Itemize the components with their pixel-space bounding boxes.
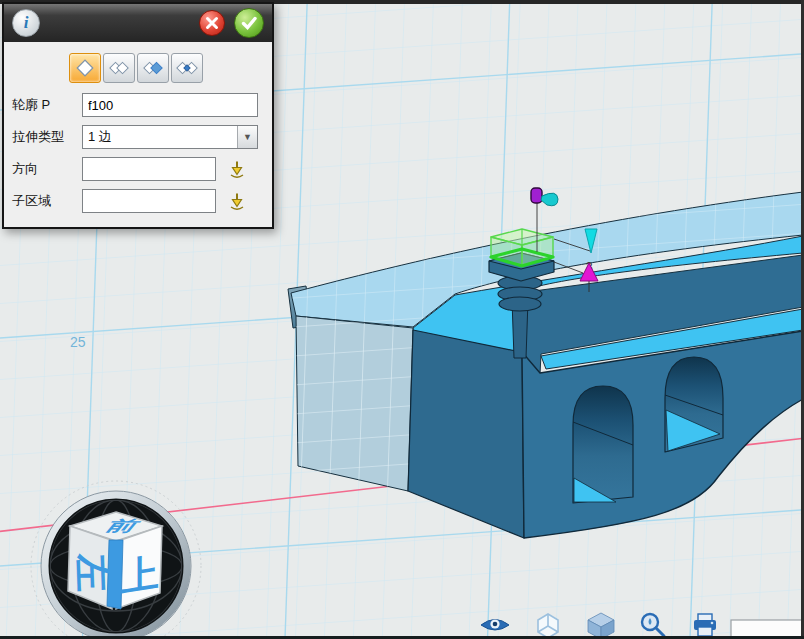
cad-viewport: 25 — [0, 0, 804, 639]
profile-label: 轮廓 P — [12, 96, 82, 114]
cube-label-right: 上 — [120, 550, 159, 599]
info-glyph: i — [24, 13, 29, 33]
diamond-single-icon — [74, 57, 96, 79]
grid-coordinate-label: 25 — [70, 334, 86, 350]
subregion-pick-button[interactable] — [227, 191, 247, 211]
direction-label: 方向 — [12, 160, 82, 178]
extrude-mode-buttons — [12, 51, 262, 93]
confirm-button[interactable] — [234, 8, 264, 38]
chevron-down-icon[interactable]: ▼ — [237, 126, 257, 148]
mode-diamond-single-button[interactable] — [69, 53, 101, 83]
dialog-body: 轮廓 P 拉伸类型 1 边 ▼ 方向 子区域 — [4, 42, 272, 227]
extrude-type-label: 拉伸类型 — [12, 128, 82, 146]
extrude-type-value: 1 边 — [83, 128, 237, 146]
extrude-type-select[interactable]: 1 边 ▼ — [82, 125, 258, 149]
cancel-button[interactable] — [199, 10, 225, 36]
subregion-row: 子区域 — [12, 189, 262, 213]
origin-handle[interactable] — [531, 188, 542, 203]
arch-opening-2[interactable] — [665, 357, 723, 452]
bolt-thread — [499, 297, 541, 311]
subregion-input[interactable] — [82, 189, 216, 213]
profile-input[interactable] — [82, 93, 258, 117]
info-icon[interactable]: i — [12, 9, 40, 37]
diamond-double-icon — [108, 57, 130, 79]
close-icon — [203, 14, 221, 32]
diamond-pair-filled-icon — [142, 57, 164, 79]
wireframe-cube-icon[interactable] — [538, 614, 558, 638]
mode-diamond-double-button[interactable] — [103, 53, 135, 83]
pick-arrow-icon — [227, 159, 247, 179]
direction-pick-button[interactable] — [227, 159, 247, 179]
cube-label-left: 左 — [71, 552, 114, 592]
extrude-dialog: i — [2, 2, 274, 229]
diamond-double-dot-icon — [176, 57, 198, 79]
check-icon — [239, 13, 259, 33]
extrude-type-row: 拉伸类型 1 边 ▼ — [12, 125, 262, 149]
profile-row: 轮廓 P — [12, 93, 262, 117]
extrude-preview-box[interactable] — [491, 229, 553, 266]
direction-input[interactable] — [82, 157, 216, 181]
view-cube[interactable]: 左 上 前 — [68, 512, 162, 609]
mode-diamond-double-dot-button[interactable] — [171, 53, 203, 83]
pick-arrow-icon — [227, 191, 247, 211]
arch-opening-1[interactable] — [573, 386, 633, 503]
mode-diamond-pair-filled-button[interactable] — [137, 53, 169, 83]
direction-row: 方向 — [12, 157, 262, 181]
subregion-label: 子区域 — [12, 192, 82, 210]
dialog-titlebar[interactable]: i — [4, 4, 272, 42]
